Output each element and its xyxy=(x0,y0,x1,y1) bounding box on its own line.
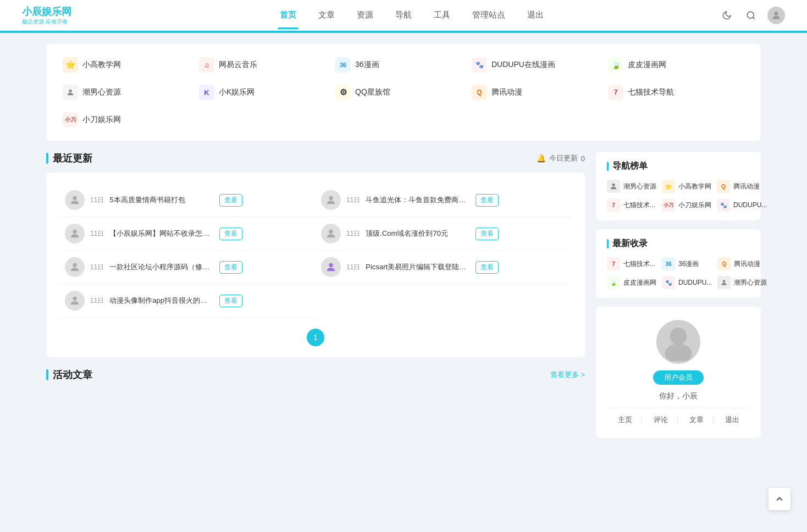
collection-icon-2: Q xyxy=(717,257,731,270)
nav-ranking-grid: 潮男心资源 ⭐ 小高教学网 Q 腾讯动漫 7 七猫技术... xyxy=(607,180,750,212)
quick-link-qimao[interactable]: 7 七猫技术导航 xyxy=(608,82,744,102)
xiaok-icon: K xyxy=(199,85,214,100)
36manga-icon: 36 xyxy=(335,57,351,73)
nav-item-tools[interactable]: 工具 xyxy=(432,1,452,29)
svg-point-12 xyxy=(723,280,726,282)
collection-item-0[interactable]: 7 七猫技术... xyxy=(607,257,656,270)
today-update-meta: 🔔 今日更新 0 xyxy=(537,153,585,163)
logo-area[interactable]: 小辰娱乐网 极品资源 应有尽有 xyxy=(22,5,71,26)
user-actions: 主页 评论 文章 退出 xyxy=(607,408,750,425)
user-action-articles[interactable]: 文章 xyxy=(678,415,714,425)
post-item-4[interactable]: 11日 一款社区论坛小程序源码（修复登录图... 查看 xyxy=(59,251,316,284)
post-item-5[interactable]: 11日 Picsart美易照片编辑下载登陆就是永久... 查看 xyxy=(316,251,572,284)
post-view-btn-3[interactable]: 查看 xyxy=(476,228,499,240)
quick-link-tengxun[interactable]: Q 腾讯动漫 xyxy=(472,82,608,102)
collection-icon-4: 🐾 xyxy=(662,276,675,289)
nav-item-resources[interactable]: 资源 xyxy=(355,1,375,29)
user-card: 用户会员 你好，小辰 主页 评论 文章 退出 xyxy=(596,307,761,438)
dudupu-label: DUDUPU在线漫画 xyxy=(491,60,555,70)
nav-rank-item-3[interactable]: 7 七猫技术... xyxy=(607,198,656,212)
theme-toggle-icon[interactable] xyxy=(719,8,734,23)
quick-link-qqxing[interactable]: ⚙ QQ星族馆 xyxy=(335,82,472,102)
nav-rank-icon-5: 🐾 xyxy=(717,198,730,212)
quick-link-36manga[interactable]: 36 36漫画 xyxy=(335,55,472,75)
quick-link-xiaok[interactable]: K 小K娱乐网 xyxy=(199,82,335,102)
nav-item-articles[interactable]: 文章 xyxy=(316,1,337,29)
header-accent-bar xyxy=(0,31,807,33)
page-1-btn[interactable]: 1 xyxy=(307,329,324,346)
chaonanzixin-label: 潮男心资源 xyxy=(82,87,121,97)
post-date-0: 11日 xyxy=(90,196,104,205)
recent-updates-title: 最近更新 xyxy=(46,152,92,165)
main-wrapper: ⭐ 小高教学网 ♫ 网易云音乐 36 36漫画 🐾 DUDUPU在线漫画 🍃 皮… xyxy=(35,44,772,438)
nav-ranking-title: 导航榜单 xyxy=(607,160,750,172)
post-item-3[interactable]: 11日 顶级.Com域名涨价到70元 查看 xyxy=(316,217,572,251)
nav-rank-item-5[interactable]: 🐾 DUDUPU... xyxy=(717,198,767,212)
quick-link-wangyiyun[interactable]: ♫ 网易云音乐 xyxy=(199,55,335,75)
nav-rank-item-0[interactable]: 潮男心资源 xyxy=(607,180,656,193)
36manga-label: 36漫画 xyxy=(355,60,379,70)
qqxing-label: QQ星族馆 xyxy=(355,87,390,97)
recent-updates-header: 最近更新 🔔 今日更新 0 xyxy=(46,152,585,165)
today-update-label: 今日更新 xyxy=(549,153,578,163)
quick-link-pipi[interactable]: 🍃 皮皮漫画网 xyxy=(608,55,744,75)
nav-rank-label-2: 腾讯动漫 xyxy=(733,182,760,191)
svg-point-11 xyxy=(612,184,615,186)
dudupu-icon: 🐾 xyxy=(472,57,487,73)
nav-rank-item-4[interactable]: 小刀 小刀娱乐网 xyxy=(662,198,711,212)
post-view-btn-4[interactable]: 查看 xyxy=(219,261,242,274)
post-date-2: 11日 xyxy=(90,229,104,239)
xiaogao-icon: ⭐ xyxy=(63,57,78,73)
nav-rank-label-3: 七猫技术... xyxy=(623,201,655,210)
post-view-btn-0[interactable]: 查看 xyxy=(219,194,242,207)
collection-item-1[interactable]: 36 36漫画 xyxy=(662,257,712,270)
quick-link-xiaogao[interactable]: ⭐ 小高教学网 xyxy=(63,55,199,75)
xiaodao-icon: 小刀 xyxy=(63,112,78,128)
post-item-0[interactable]: 11日 5本高质量情商书籍打包 查看 xyxy=(59,184,316,217)
nav-rank-icon-4: 小刀 xyxy=(662,198,675,212)
collection-icon-5 xyxy=(717,276,731,289)
quick-link-xiaodao[interactable]: 小刀 小刀娱乐网 xyxy=(63,110,199,130)
nav-item-home[interactable]: 首页 xyxy=(278,1,299,29)
user-action-logout[interactable]: 退出 xyxy=(714,415,750,425)
user-member-badge[interactable]: 用户会员 xyxy=(653,370,704,385)
collection-icon-3: 🍃 xyxy=(607,276,620,289)
post-view-btn-1[interactable]: 查看 xyxy=(476,194,499,207)
post-item-2[interactable]: 11日 【小辰娱乐网】网站不收录怎么办，这... 查看 xyxy=(59,217,316,251)
see-more-btn[interactable]: 查看更多 > xyxy=(550,370,585,380)
site-name: 小辰娱乐网 xyxy=(22,5,71,18)
tengxun-label: 腾讯动漫 xyxy=(491,87,522,97)
collection-label-0: 七猫技术... xyxy=(623,259,655,269)
post-view-btn-6[interactable]: 查看 xyxy=(219,295,242,307)
svg-point-4 xyxy=(73,196,76,200)
collection-item-2[interactable]: Q 腾讯动漫 xyxy=(717,257,767,270)
post-item-1[interactable]: 11日 斗鱼追光体：斗鱼首款免费商用字体蒸... 查看 xyxy=(316,184,572,217)
user-action-home[interactable]: 主页 xyxy=(607,415,643,425)
quick-link-chaonanzixin[interactable]: 潮男心资源 xyxy=(63,82,199,102)
nav-rank-item-2[interactable]: Q 腾讯动漫 xyxy=(717,180,767,193)
post-view-btn-2[interactable]: 查看 xyxy=(219,228,242,240)
post-item-6[interactable]: 11日 动漫头像制作app抖音很火的漫画头像... 查看 xyxy=(59,284,316,318)
post-title-1: 斗鱼追光体：斗鱼首款免费商用字体蒸... xyxy=(366,195,470,205)
svg-line-1 xyxy=(753,17,754,19)
nav-item-manage[interactable]: 管理站点 xyxy=(470,1,507,29)
nav-item-navigation[interactable]: 导航 xyxy=(393,1,414,29)
collection-item-5[interactable]: 潮男心资源 xyxy=(717,276,767,289)
nav-rank-label-1: 小高教学网 xyxy=(678,182,711,191)
post-view-btn-5[interactable]: 查看 xyxy=(476,261,499,274)
collection-item-4[interactable]: 🐾 DUDUPU... xyxy=(662,276,712,289)
nav-item-logout[interactable]: 退出 xyxy=(525,1,546,29)
quick-link-dudupu[interactable]: 🐾 DUDUPU在线漫画 xyxy=(472,55,608,75)
post-avatar-3 xyxy=(321,224,341,243)
collection-label-1: 36漫画 xyxy=(678,259,699,269)
today-update-count: 0 xyxy=(581,154,585,163)
collection-item-3[interactable]: 🍃 皮皮漫画网 xyxy=(607,276,656,289)
post-date-1: 11日 xyxy=(346,196,360,205)
search-icon[interactable] xyxy=(743,8,759,23)
chaonanzixin-icon xyxy=(63,85,78,100)
pipi-label: 皮皮漫画网 xyxy=(628,60,666,70)
user-action-comments[interactable]: 评论 xyxy=(643,415,678,425)
nav-rank-item-1[interactable]: ⭐ 小高教学网 xyxy=(662,180,711,193)
user-avatar-small[interactable] xyxy=(767,7,785,24)
qimao-icon: 7 xyxy=(608,85,623,100)
